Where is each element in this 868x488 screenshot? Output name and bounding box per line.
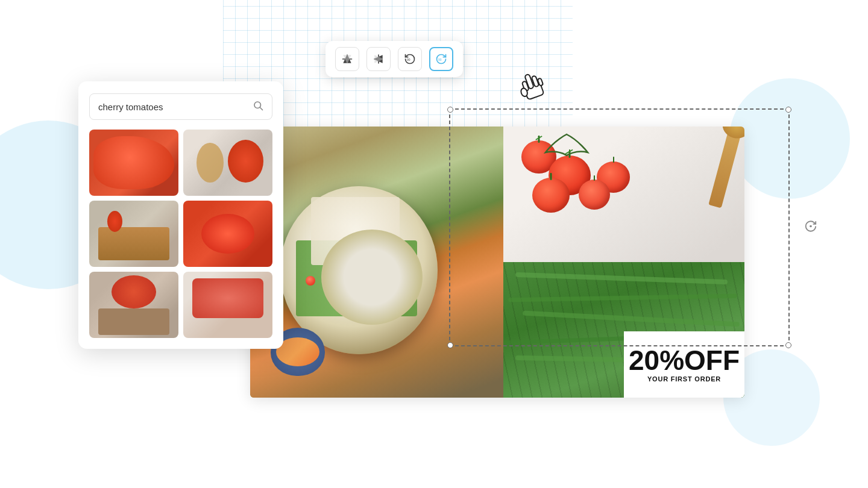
flip-vertical-icon: [341, 53, 353, 65]
svg-text:90: 90: [407, 58, 410, 61]
rotate-ccw-icon: 90: [404, 53, 416, 65]
search-result-4[interactable]: [183, 201, 272, 267]
flip-horizontal-button[interactable]: [366, 47, 391, 71]
canvas-area: 20% OFF YOUR FIRST ORDER: [235, 108, 802, 404]
promo-percent: 20%: [629, 346, 684, 374]
flip-horizontal-icon: [373, 53, 385, 65]
search-icon: [253, 100, 263, 113]
search-results-grid: [89, 130, 272, 338]
rotate-cw-icon: 90: [435, 53, 447, 65]
svg-point-0: [254, 102, 261, 108]
cursor-pointer: [517, 69, 549, 110]
promo-subtitle: YOUR FIRST ORDER: [647, 375, 721, 383]
search-result-1[interactable]: [89, 130, 178, 196]
search-result-2[interactable]: [183, 130, 272, 196]
food-bowl-image[interactable]: [250, 127, 503, 398]
tomatoes-image[interactable]: [503, 127, 744, 262]
tomatoes-visual: [503, 127, 744, 262]
design-card[interactable]: 20% OFF YOUR FIRST ORDER: [250, 127, 744, 398]
promo-off: OFF: [684, 346, 740, 374]
svg-point-16: [810, 225, 812, 227]
selection-handle-br[interactable]: [785, 342, 791, 348]
search-input[interactable]: cherry tomatoes: [98, 102, 253, 112]
rotate-cw-button[interactable]: 90: [429, 47, 453, 71]
promo-box: 20% OFF YOUR FIRST ORDER: [624, 331, 744, 398]
search-result-5[interactable]: [89, 272, 178, 338]
rotate-ccw-button[interactable]: 90: [398, 47, 422, 71]
food-bowl-visual: [250, 127, 503, 398]
search-result-6[interactable]: [183, 272, 272, 338]
svg-line-1: [260, 108, 263, 110]
search-panel: cherry tomatoes: [78, 81, 283, 349]
promo-line1: 20% OFF: [629, 346, 740, 374]
toolbar: 90 90: [326, 41, 463, 77]
greenbeans-promo-area: 20% OFF YOUR FIRST ORDER: [503, 262, 744, 398]
selection-handle-tl[interactable]: [447, 107, 453, 113]
svg-text:90: 90: [438, 58, 442, 61]
rotation-handle[interactable]: [804, 219, 817, 236]
search-result-3[interactable]: [89, 201, 178, 267]
search-box[interactable]: cherry tomatoes: [89, 93, 272, 120]
flip-vertical-button[interactable]: [335, 47, 359, 71]
